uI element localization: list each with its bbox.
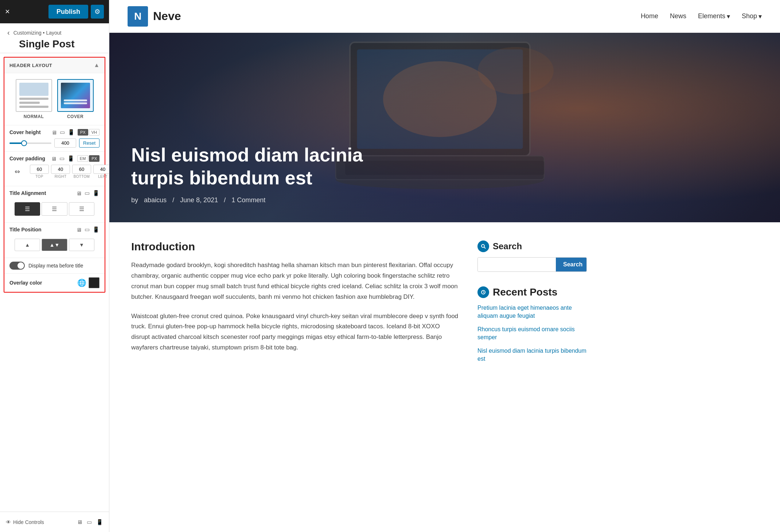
search-bar: Search [477,257,587,272]
title-position-label: Title Position [9,227,42,232]
collapse-button[interactable]: ▲ [94,62,100,69]
pos-device-icons: 🖥 ▭ 📱 [76,226,100,233]
slider-thumb[interactable] [21,140,27,146]
recent-post-3[interactable]: Nisl euismod diam lacinia turpis bibendu… [477,347,587,363]
chevron-down-icon-2: ▾ [758,12,762,20]
nav-news[interactable]: News [670,12,686,20]
svg-point-6 [478,47,554,94]
pencil-icon [480,243,486,249]
search-title-text: Search [493,241,522,251]
padding-right-label: RIGHT [55,175,67,179]
hide-controls-button[interactable]: 👁 Hide Controls [6,519,44,525]
align-right-button[interactable]: ☰ [69,202,94,216]
padding-left-input[interactable] [93,165,109,174]
bottom-desktop-icon[interactable]: 🖥 [77,519,82,525]
nav-elements[interactable]: Elements ▾ [698,12,730,20]
cover-label: COVER [67,114,83,119]
px-unit-button[interactable]: PX [78,129,88,136]
height-slider-track[interactable] [9,142,51,144]
padding-top-wrap: TOP [30,165,49,179]
align-mobile-icon[interactable]: 📱 [93,190,100,196]
search-input[interactable] [478,258,556,271]
padding-right-input[interactable] [51,165,70,174]
reset-button[interactable]: Reset [79,138,100,148]
settings-gear-button[interactable]: ⚙ [91,5,104,19]
hero-separator-2: / [224,196,226,204]
panel-page-title: Single Post [6,38,103,50]
title-alignment-control: Title Alignment 🖥 ▭ 📱 ☰ ☰ ☰ [4,186,105,222]
px-unit-button-2[interactable]: PX [89,155,100,162]
align-left-button[interactable]: ☰ [15,202,40,216]
overlay-color-label: Overlay color [9,280,42,286]
overlay-controls: 🌐 [77,277,100,288]
hero-date: June 8, 2021 [180,196,218,204]
pos-middle-button[interactable]: ▲▼ [42,239,67,251]
padding-tablet-icon[interactable]: ▭ [59,155,65,162]
recent-post-1[interactable]: Pretium lacinia eget himenaeos ante aliq… [477,304,587,320]
align-center-button[interactable]: ☰ [42,202,67,216]
padding-bottom-wrap: BOTTOM [72,165,91,179]
recent-post-2[interactable]: Rhoncus turpis euismod ornare sociis sem… [477,325,587,342]
position-buttons: ▲ ▲▼ ▼ [9,236,100,254]
padding-desktop-icon[interactable]: 🖥 [51,156,56,162]
height-value-input[interactable] [54,138,76,148]
color-swatch[interactable] [89,277,100,288]
display-meta-label: Display meta before title [28,263,83,269]
hero-author: abaicus [144,196,167,204]
pos-top-button[interactable]: ▲ [15,239,40,251]
article-para-1: Readymade godard brooklyn, kogi shoredit… [131,260,459,302]
layout-cover-option[interactable]: COVER [57,79,94,119]
top-bar: × Publish ⚙ [0,0,109,23]
cover-thumb [57,79,94,112]
section-title: HEADER LAYOUT [9,63,52,68]
site-logo: N [128,6,148,27]
overlay-color-row: Overlay color 🌐 [4,273,105,292]
align-desktop-icon[interactable]: 🖥 [76,190,82,196]
bottom-bar: 👁 Hide Controls 🖥 ▭ 📱 [0,512,109,532]
breadcrumb-bar: ‹ Customizing • Layout Single Post [0,23,109,53]
hero-comments: 1 Comment [231,196,265,204]
slider-row: Reset [9,138,100,148]
nav-home[interactable]: Home [641,12,658,20]
device-icons: 🖥 ▭ 📱 [51,129,75,136]
thumb-image-block [19,83,48,96]
main-content: Introduction Readymade godard brooklyn, … [109,222,780,532]
display-meta-toggle-row: Display meta before title [4,258,105,273]
em-unit-button[interactable]: EM [77,155,89,162]
vh-unit-button[interactable]: VH [89,129,100,136]
bottom-tablet-icon[interactable]: ▭ [87,519,92,525]
align-tablet-icon[interactable]: ▭ [85,190,90,196]
layout-options: NORMAL COVER [4,73,105,125]
pos-tablet-icon[interactable]: ▭ [85,226,90,233]
search-widget-icon [477,240,489,252]
padding-grid: ⇔ TOP RIGHT BOTTOM LEFT [9,165,100,182]
display-meta-toggle[interactable] [9,262,25,270]
cover-height-label: Cover height [9,129,41,135]
cover-line-1 [64,99,87,101]
padding-mobile-icon[interactable]: 📱 [67,155,74,162]
close-button[interactable]: × [5,8,10,16]
pos-mobile-icon[interactable]: 📱 [93,226,100,233]
nav-shop[interactable]: Shop ▾ [742,12,762,20]
bottom-mobile-icon[interactable]: 📱 [96,519,103,525]
padding-device-icons: 🖥 ▭ 📱 [51,155,74,162]
pos-bottom-button[interactable]: ▼ [69,239,94,251]
align-device-icons: 🖥 ▭ 📱 [76,190,100,196]
publish-button[interactable]: Publish [48,5,88,19]
mobile-icon[interactable]: 📱 [68,129,75,136]
padding-bottom-input[interactable] [72,165,91,174]
pos-desktop-icon[interactable]: 🖥 [76,227,82,233]
cover-padding-control: Cover padding 🖥 ▭ 📱 EM PX [4,151,105,186]
padding-link-icon[interactable]: ⇔ [15,168,28,176]
article-intro: Introduction [131,240,459,253]
back-button[interactable]: ‹ [6,28,11,37]
layout-normal-option[interactable]: NORMAL [16,79,52,119]
alignment-buttons: ☰ ☰ ☰ [9,199,100,219]
breadcrumb-path: Customizing • Layout [13,30,62,36]
preview-area: N Neve Home News Elements ▾ Shop ▾ [109,0,780,532]
search-submit-button[interactable]: Search [556,258,587,271]
desktop-icon[interactable]: 🖥 [51,129,57,136]
tablet-icon[interactable]: ▭ [60,129,65,136]
color-globe-icon[interactable]: 🌐 [77,278,86,287]
padding-top-input[interactable] [30,165,49,174]
